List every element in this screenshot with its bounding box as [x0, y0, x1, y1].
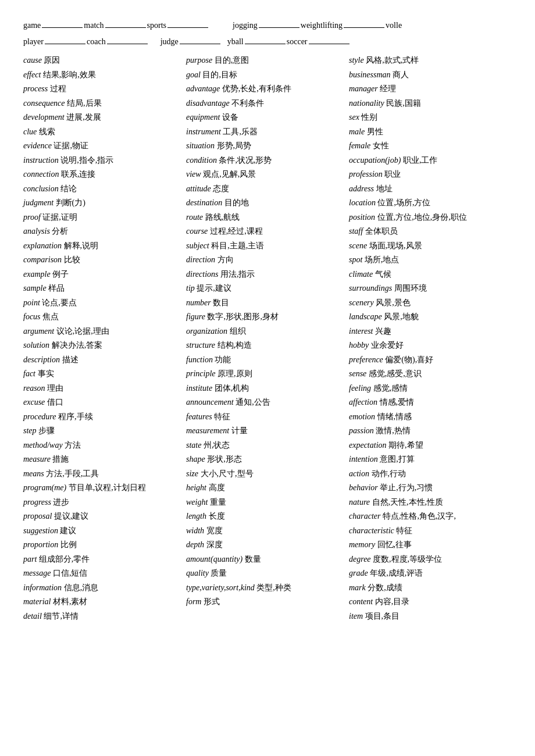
list-item: profession 职业: [349, 167, 506, 182]
word-cn: 口信,短信: [53, 569, 88, 577]
word-en: proportion: [23, 540, 60, 549]
word-cn: 目的地: [224, 198, 249, 207]
h-blank-9: [245, 44, 286, 44]
word-cn: 方法: [65, 441, 81, 450]
list-item: consequence 结局,后果: [23, 97, 180, 111]
word-cn: 职业: [384, 170, 401, 179]
word-cn: 年级,成绩,评语: [370, 569, 423, 577]
word-en: solution: [23, 341, 52, 350]
list-item: situation 形势,局势: [186, 139, 343, 154]
list-item: instruction 说明,指令,指示: [23, 154, 180, 168]
word-en: spot: [349, 255, 365, 264]
word-cn: 结论: [60, 184, 77, 193]
word-cn: 结构,构造: [217, 341, 252, 350]
list-item: affection 情感,爱情: [349, 395, 506, 410]
list-item: climate 气候: [349, 268, 506, 282]
list-item: disadvantage 不利条件: [186, 97, 343, 111]
word-cn: 通知,公告: [236, 398, 270, 406]
word-en: manager: [349, 84, 380, 93]
list-item: purpose 目的,意图: [186, 54, 343, 68]
h-blank-8: [180, 44, 220, 44]
word-en: scenery: [349, 298, 376, 307]
word-en: address: [349, 184, 376, 193]
word-en: instrument: [186, 127, 223, 136]
word-cn: 方法,手段,工具: [46, 469, 99, 478]
column-2: purpose 目的,意图goal 目的,目标advantage 优势,长处,有…: [186, 54, 349, 623]
word-cn: 回忆,往事: [377, 540, 412, 549]
word-en: means: [23, 469, 46, 478]
word-cn: 场面,现场,风景: [369, 241, 422, 250]
word-cn: 风格,款式,式样: [366, 56, 419, 65]
word-en: nature: [349, 498, 372, 507]
word-en: tip: [186, 284, 197, 293]
list-item: proportion 比例: [23, 538, 180, 552]
word-en: course: [186, 227, 210, 236]
word-en: argument: [23, 327, 56, 336]
h-match: match: [84, 17, 104, 34]
list-item: occupation(job) 职业,工作: [349, 154, 506, 168]
list-item: landscape 风景,地貌: [349, 310, 506, 324]
word-cn: 宽度: [206, 526, 223, 535]
word-cn: 论点,要点: [42, 298, 77, 307]
word-en: goal: [186, 70, 202, 79]
word-en: intention: [349, 455, 380, 463]
word-cn: 原因: [44, 56, 60, 65]
word-cn: 度数,程度,等级学位: [373, 555, 442, 564]
word-en: profession: [349, 170, 384, 179]
word-cn: 提议,建议: [54, 512, 89, 520]
word-en: information: [23, 583, 64, 592]
h-blank-1: [42, 27, 83, 28]
word-en: structure: [186, 341, 217, 350]
word-en: number: [186, 298, 213, 307]
word-cn: 细节,详情: [44, 612, 79, 621]
word-cn: 证据,证明: [42, 213, 77, 222]
word-cn: 动作,行动: [372, 469, 406, 478]
list-item: characteristic 特征: [349, 524, 506, 539]
word-en: cause: [23, 56, 44, 65]
word-en: interest: [349, 327, 375, 336]
word-en: feeling: [349, 384, 373, 393]
list-item: route 路线,航线: [186, 211, 343, 225]
word-cn: 比例: [60, 540, 77, 549]
word-cn: 信息,消息: [64, 583, 99, 592]
list-item: measurement 计量: [186, 424, 343, 438]
word-cn: 风景,景色: [376, 298, 411, 307]
word-en: size: [186, 469, 201, 478]
word-cn: 兴趣: [375, 327, 391, 336]
word-cn: 激情,热情: [376, 426, 411, 435]
word-en: organization: [186, 327, 230, 336]
word-en: female: [349, 141, 373, 150]
list-item: style 风格,款式,式样: [349, 54, 506, 68]
list-item: measure 措施: [23, 452, 180, 467]
word-cn: 女性: [373, 141, 389, 150]
word-en: consequence: [23, 99, 67, 108]
word-en: sense: [349, 369, 369, 378]
word-cn: 偏爱(物),喜好: [385, 355, 433, 364]
list-item: connection 联系,连接: [23, 167, 180, 182]
list-item: condition 条件,状况,形势: [186, 154, 343, 168]
word-en: proposal: [23, 512, 54, 520]
word-en: direction: [186, 255, 217, 264]
word-cn: 判断(力): [56, 198, 85, 207]
list-item: course 过程,经过,课程: [186, 224, 343, 239]
word-cn: 解释,说明: [64, 241, 99, 250]
word-cn: 步骤: [38, 426, 55, 435]
list-item: explanation 解释,说明: [23, 239, 180, 254]
word-cn: 用法,指示: [220, 270, 255, 279]
word-cn: 感觉,感情: [373, 384, 408, 393]
list-item: character 特点,性格,角色,汉字,: [349, 509, 506, 524]
word-en: hobby: [349, 341, 371, 350]
word-cn: 工具,乐器: [223, 127, 258, 136]
word-en: destination: [186, 198, 224, 207]
word-cn: 数目: [213, 298, 229, 307]
list-item: part 组成部分,零件: [23, 552, 180, 567]
word-cn: 例子: [52, 270, 69, 279]
list-item: size 大小,尺寸,型号: [186, 467, 343, 482]
word-cn: 地址: [376, 184, 393, 193]
h-weightlifting: weightlifting: [301, 17, 343, 34]
word-en: measure: [23, 455, 52, 463]
list-item: content 内容,目录: [349, 595, 506, 609]
word-en: type,variety,sort,kind: [186, 583, 256, 592]
list-item: attitude 态度: [186, 182, 343, 197]
list-item: nationality 民族,国籍: [349, 97, 506, 111]
